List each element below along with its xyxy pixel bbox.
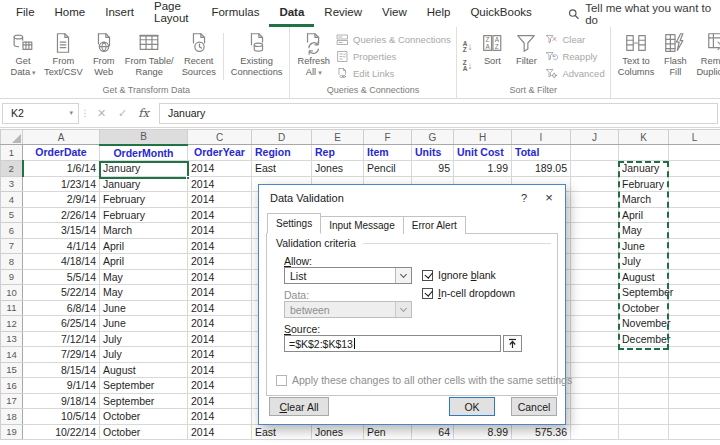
column-header-b[interactable]: B xyxy=(100,130,188,145)
queries-connections-button[interactable]: Queries & Connections xyxy=(336,32,451,47)
cell-D1[interactable]: Region xyxy=(252,145,312,161)
cell-J14[interactable] xyxy=(571,347,619,363)
column-header-l[interactable]: L xyxy=(669,130,720,145)
cell-L11[interactable] xyxy=(669,300,720,316)
flash-fill-button[interactable]: FlashFill xyxy=(658,29,692,84)
cell-H1[interactable]: Unit Cost xyxy=(454,145,512,161)
cell-H2[interactable]: 1.99 xyxy=(454,161,512,177)
cell-C9[interactable]: 2014 xyxy=(188,269,252,285)
row-header-4[interactable]: 4 xyxy=(1,192,23,208)
source-input[interactable]: =$K$2:$K$13 xyxy=(284,335,501,352)
cell-A11[interactable]: 6/8/14 xyxy=(23,300,100,316)
cell-C2[interactable]: 2014 xyxy=(188,161,252,177)
cell-A1[interactable]: OrderDate xyxy=(23,145,100,161)
confirm-entry-button[interactable]: ✓ xyxy=(112,107,133,120)
cell-J13[interactable] xyxy=(571,331,619,347)
cell-G19[interactable]: 64 xyxy=(412,424,454,440)
cell-L12[interactable] xyxy=(669,316,720,332)
cell-B15[interactable]: August xyxy=(100,362,188,378)
cell-B6[interactable]: March xyxy=(100,223,188,239)
cell-B13[interactable]: July xyxy=(100,331,188,347)
cell-K17[interactable] xyxy=(619,393,669,409)
row-header-12[interactable]: 12 xyxy=(1,316,23,332)
cell-B1[interactable]: OrderMonth xyxy=(100,145,188,161)
cell-C11[interactable]: 2014 xyxy=(188,300,252,316)
cell-J3[interactable] xyxy=(571,176,619,192)
cell-J8[interactable] xyxy=(571,254,619,270)
formula-bar-splitter[interactable]: ⋮ xyxy=(79,108,91,118)
cell-C19[interactable]: 2014 xyxy=(188,424,252,440)
cell-A4[interactable]: 2/9/14 xyxy=(23,192,100,208)
cell-L9[interactable] xyxy=(669,269,720,285)
cell-B18[interactable]: October xyxy=(100,409,188,425)
menu-tab-view[interactable]: View xyxy=(372,0,417,27)
menu-tab-help[interactable]: Help xyxy=(417,0,461,27)
cell-J7[interactable] xyxy=(571,238,619,254)
cell-B17[interactable]: September xyxy=(100,393,188,409)
column-header-h[interactable]: H xyxy=(454,130,512,145)
row-header-8[interactable]: 8 xyxy=(1,254,23,270)
cell-L16[interactable] xyxy=(669,378,720,394)
row-header-16[interactable]: 16 xyxy=(1,378,23,394)
cell-F2[interactable]: Pencil xyxy=(364,161,412,177)
sort-ascending-button[interactable]: AZ↓ xyxy=(463,41,473,53)
cell-J4[interactable] xyxy=(571,192,619,208)
cell-L7[interactable] xyxy=(669,238,720,254)
sort-button[interactable]: ZAAZ Sort xyxy=(475,29,509,84)
cell-A5[interactable]: 2/26/14 xyxy=(23,207,100,223)
cell-L18[interactable] xyxy=(669,409,720,425)
fill-handle[interactable] xyxy=(186,176,190,180)
cell-A10[interactable]: 5/22/14 xyxy=(23,285,100,301)
reapply-filter-button[interactable]: Reapply xyxy=(545,49,604,64)
cell-L5[interactable] xyxy=(669,207,720,223)
cell-B7[interactable]: April xyxy=(100,238,188,254)
row-header-2[interactable]: 2 xyxy=(1,161,23,177)
cell-B5[interactable]: February xyxy=(100,207,188,223)
cell-A15[interactable]: 8/15/14 xyxy=(23,362,100,378)
cell-A6[interactable]: 3/15/14 xyxy=(23,223,100,239)
cell-C14[interactable]: 2014 xyxy=(188,347,252,363)
cell-A12[interactable]: 6/25/14 xyxy=(23,316,100,332)
cell-C15[interactable]: 2014 xyxy=(188,362,252,378)
cell-K1[interactable] xyxy=(619,145,669,161)
cell-L3[interactable] xyxy=(669,176,720,192)
cell-C17[interactable]: 2014 xyxy=(188,393,252,409)
row-header-18[interactable]: 18 xyxy=(1,409,23,425)
cell-C12[interactable]: 2014 xyxy=(188,316,252,332)
cell-J15[interactable] xyxy=(571,362,619,378)
column-header-i[interactable]: I xyxy=(512,130,571,145)
cell-C18[interactable]: 2014 xyxy=(188,409,252,425)
cell-D19[interactable]: East xyxy=(252,424,312,440)
row-header-3[interactable]: 3 xyxy=(1,176,23,192)
from-table-range-button[interactable]: From Table/Range xyxy=(121,29,178,84)
cell-A7[interactable]: 4/1/14 xyxy=(23,238,100,254)
dialog-help-button[interactable]: ? xyxy=(511,185,537,210)
cell-A17[interactable]: 9/18/14 xyxy=(23,393,100,409)
cell-C1[interactable]: OrderYear xyxy=(188,145,252,161)
dialog-close-button[interactable]: × xyxy=(535,185,563,210)
filter-button[interactable]: Filter xyxy=(509,29,543,84)
cell-B4[interactable]: February xyxy=(100,192,188,208)
cell-E2[interactable]: Jones xyxy=(312,161,364,177)
cell-L6[interactable] xyxy=(669,223,720,239)
menu-tab-data[interactable]: Data xyxy=(269,0,314,27)
cell-D2[interactable]: East xyxy=(252,161,312,177)
cell-A13[interactable]: 7/12/14 xyxy=(23,331,100,347)
cell-B11[interactable]: June xyxy=(100,300,188,316)
column-header-c[interactable]: C xyxy=(188,130,252,145)
row-header-10[interactable]: 10 xyxy=(1,285,23,301)
cell-I1[interactable]: Total xyxy=(512,145,571,161)
recent-sources-button[interactable]: RecentSources xyxy=(178,29,220,84)
chevron-down-icon[interactable] xyxy=(395,268,411,283)
menu-tab-quickbooks[interactable]: QuickBooks xyxy=(460,0,541,27)
cell-A2[interactable]: 1/6/14 xyxy=(23,161,100,177)
cell-K16[interactable] xyxy=(619,378,669,394)
column-header-g[interactable]: G xyxy=(412,130,454,145)
cell-L8[interactable] xyxy=(669,254,720,270)
cell-A18[interactable]: 10/5/14 xyxy=(23,409,100,425)
edit-links-button[interactable]: Edit Links xyxy=(336,66,451,81)
existing-connections-button[interactable]: ExistingConnections xyxy=(227,29,287,84)
cell-G2[interactable]: 95 xyxy=(412,161,454,177)
cell-B8[interactable]: April xyxy=(100,254,188,270)
cell-L4[interactable] xyxy=(669,192,720,208)
